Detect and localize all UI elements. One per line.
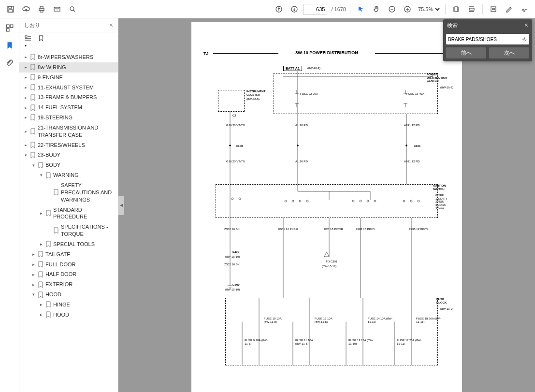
search-button[interactable] bbox=[66, 2, 79, 16]
tree-caret-icon[interactable]: ▾ bbox=[39, 172, 43, 178]
outline-tab-icon[interactable]: ▾ bbox=[24, 34, 32, 48]
fit-page-button[interactable] bbox=[465, 2, 478, 16]
cloud-button[interactable] bbox=[19, 2, 33, 16]
tree-caret-icon[interactable]: ▸ bbox=[31, 251, 36, 257]
tree-caret-icon[interactable]: ▸ bbox=[23, 115, 28, 120]
bookmark-label: HALF DOOR bbox=[45, 271, 115, 278]
bookmark-node[interactable]: ▸22-TIRES/WHEELS bbox=[19, 140, 118, 150]
bookmark-label: 21-TRANSMISSION AND TRANSFER CASE bbox=[38, 124, 115, 139]
svg-rect-14 bbox=[491, 7, 496, 12]
bookmark-node[interactable]: ▾BODY bbox=[19, 160, 118, 170]
highlight-button[interactable] bbox=[502, 2, 516, 16]
bookmark-node[interactable]: ▸9-ENGINE bbox=[19, 73, 118, 83]
bookmark-label: SPECIFICATIONS - TORQUE bbox=[61, 223, 115, 238]
bookmark-node[interactable]: ▾HOOD bbox=[19, 290, 118, 300]
tree-caret-icon[interactable]: ▸ bbox=[31, 261, 36, 267]
tree-caret-icon[interactable]: ▸ bbox=[39, 210, 43, 216]
tree-caret-icon[interactable]: ▸ bbox=[39, 302, 43, 307]
batt-box: BATT A1 bbox=[283, 66, 302, 71]
search-prev-button[interactable]: 前へ bbox=[446, 47, 486, 58]
main-toolbar: / 1678 75.5% bbox=[0, 0, 535, 18]
bookmark-node[interactable]: ▸21-TRANSMISSION AND TRANSFER CASE bbox=[19, 123, 118, 140]
bookmark-node[interactable]: ▾23-BODY bbox=[19, 150, 118, 160]
bookmark-label: 13-FRAME & BUMPERS bbox=[38, 94, 115, 101]
tree-caret-icon[interactable]: ▸ bbox=[23, 74, 28, 80]
bookmark-node[interactable]: ▸11-EXHAUST SYSTEM bbox=[19, 83, 118, 93]
ribbon-tab-icon[interactable] bbox=[38, 34, 44, 48]
hand-tool-button[interactable] bbox=[370, 2, 383, 16]
tree-caret-icon[interactable]: ▾ bbox=[31, 291, 36, 297]
page-up-button[interactable] bbox=[272, 2, 286, 16]
bookmarks-icon[interactable] bbox=[4, 40, 15, 51]
bookmark-node[interactable]: ▸EXTERIOR bbox=[19, 279, 118, 290]
tree-caret-icon[interactable]: ▸ bbox=[39, 241, 43, 247]
bookmark-label: 19-STEERING bbox=[38, 114, 115, 121]
zoom-in-button[interactable] bbox=[401, 2, 414, 16]
bookmark-node[interactable]: ▸8w-WIRING bbox=[19, 62, 118, 73]
print-button[interactable] bbox=[35, 2, 48, 16]
attachments-icon[interactable] bbox=[4, 57, 15, 69]
search-next-button[interactable]: 次へ bbox=[489, 47, 529, 58]
bookmark-node[interactable]: ▸HINGE bbox=[19, 300, 118, 310]
bookmark-node[interactable]: SPECIFICATIONS - TORQUE bbox=[19, 222, 118, 239]
bookmark-label: EXTERIOR bbox=[45, 281, 115, 288]
page-down-button[interactable] bbox=[288, 2, 301, 16]
tree-caret-icon[interactable]: ▾ bbox=[31, 162, 36, 168]
mail-button[interactable] bbox=[50, 2, 64, 16]
document-area[interactable]: ◀ TJ 8W-10 POWER DISTRIBUTION BATT A1 (8… bbox=[118, 18, 535, 392]
bookmark-node[interactable]: ▸STANDARD PROCEDURE bbox=[19, 205, 118, 222]
bookmark-label: SAFETY PRECAUTIONS AND WARNINGS bbox=[61, 182, 115, 203]
tree-caret-icon[interactable]: ▸ bbox=[23, 64, 28, 70]
search-close-icon[interactable]: × bbox=[524, 21, 528, 29]
sidebar-close-icon[interactable]: × bbox=[109, 21, 113, 29]
bookmark-node[interactable]: ▸8r-WIPERS/WASHERS bbox=[19, 52, 118, 62]
bookmark-node[interactable]: ▸HOOD bbox=[19, 310, 118, 320]
bookmark-label: HOOD bbox=[53, 311, 115, 319]
svg-rect-13 bbox=[469, 8, 474, 10]
tree-caret-icon[interactable]: ▸ bbox=[39, 312, 43, 318]
search-input[interactable] bbox=[448, 35, 521, 44]
bookmark-node[interactable]: ▸13-FRAME & BUMPERS bbox=[19, 92, 118, 102]
bookmark-tree[interactable]: ▸8r-WIPERS/WASHERS▸8w-WIRING▸9-ENGINE▸11… bbox=[19, 50, 118, 392]
search-panel: 検索 × 前へ 次へ bbox=[443, 19, 532, 61]
tree-caret-icon[interactable]: ▸ bbox=[23, 85, 28, 90]
bookmark-label: WARNING bbox=[53, 172, 115, 179]
bookmark-node[interactable]: ▾WARNING bbox=[19, 170, 118, 180]
zoom-select[interactable]: 75.5% bbox=[416, 6, 441, 13]
sign-button[interactable] bbox=[518, 2, 531, 16]
fit-width-button[interactable] bbox=[449, 2, 463, 16]
tree-caret-icon[interactable]: ▸ bbox=[23, 95, 28, 101]
svg-point-7 bbox=[70, 7, 74, 11]
search-settings-icon[interactable] bbox=[521, 36, 527, 42]
bookmark-node[interactable]: ▸SPECIAL TOOLS bbox=[19, 239, 118, 249]
bookmark-node[interactable]: ▸14-FUEL SYSTEM bbox=[19, 102, 118, 113]
tree-caret-icon[interactable]: ▸ bbox=[31, 282, 36, 288]
tree-caret-icon[interactable]: ▸ bbox=[23, 54, 28, 60]
svg-rect-15 bbox=[6, 25, 9, 28]
bookmark-node[interactable]: ▸HALF DOOR bbox=[19, 269, 118, 279]
bookmark-node[interactable]: ▸19-STEERING bbox=[19, 113, 118, 123]
tree-caret-icon[interactable]: ▾ bbox=[23, 152, 28, 158]
zoom-out-button[interactable] bbox=[385, 2, 399, 16]
select-tool-button[interactable] bbox=[354, 2, 368, 16]
note-button[interactable] bbox=[487, 2, 500, 16]
page-number-input[interactable] bbox=[303, 4, 327, 15]
bookmark-label: FULL DOOR bbox=[45, 261, 115, 268]
tree-caret-icon[interactable]: ▸ bbox=[31, 272, 36, 277]
svg-rect-5 bbox=[40, 10, 43, 12]
sidebar-title: しおり bbox=[24, 22, 40, 29]
save-button[interactable] bbox=[4, 2, 17, 16]
tree-caret-icon[interactable]: ▸ bbox=[23, 142, 28, 148]
bookmark-node[interactable]: ▸FULL DOOR bbox=[19, 260, 118, 270]
bookmark-node[interactable]: ▸TAILGATE bbox=[19, 249, 118, 260]
tree-caret-icon[interactable]: ▸ bbox=[23, 129, 28, 134]
bookmark-node[interactable]: SAFETY PRECAUTIONS AND WARNINGS bbox=[19, 180, 118, 205]
svg-point-28 bbox=[297, 145, 299, 146]
svg-point-29 bbox=[406, 145, 407, 146]
bookmark-label: HINGE bbox=[53, 301, 115, 308]
tree-caret-icon[interactable]: ▸ bbox=[23, 105, 28, 111]
thumbnails-icon[interactable] bbox=[4, 22, 15, 34]
sidebar-collapse-grip[interactable]: ◀ bbox=[118, 196, 124, 215]
diagram-heading: 8W-10 POWER DISTRIBUTION bbox=[278, 50, 375, 55]
bookmark-label: TAILGATE bbox=[45, 251, 115, 258]
